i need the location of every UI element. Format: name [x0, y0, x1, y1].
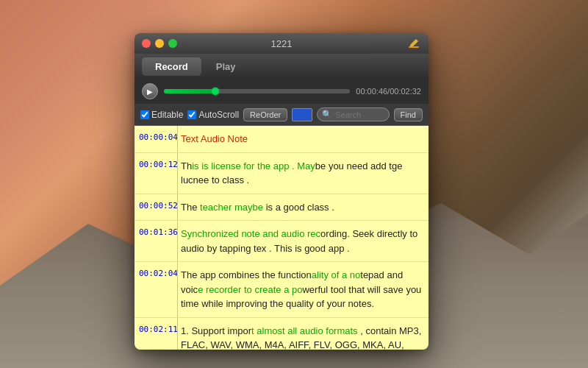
text-part-3b: teacher maybe: [200, 202, 263, 213]
edit-icon: [406, 36, 421, 51]
reorder-button[interactable]: ReOrder: [243, 108, 287, 121]
search-input[interactable]: [335, 110, 384, 119]
text-part-6a: 1. Support impor: [181, 325, 251, 336]
note-text-4: Synchronized note and audio recording. S…: [178, 221, 429, 261]
note-content-1: Text Audio Note: [181, 133, 248, 144]
editable-checkbox-label[interactable]: Editable: [140, 110, 183, 120]
note-text-5: The app combines the functionality of a …: [178, 262, 429, 317]
window-title: 1221: [271, 38, 293, 49]
title-bar: 1221: [135, 33, 429, 54]
editable-label: Editable: [151, 110, 183, 120]
close-button[interactable]: [142, 39, 151, 48]
note-row-4: 00:01:36 Synchronized note and audio rec…: [135, 221, 429, 262]
note-text-2: This is license for the app . Maybe you …: [178, 153, 429, 194]
toolbar: Editable AutoScroll ReOrder 🔍 Find: [135, 104, 429, 126]
text-part-5a: The app combines the function: [181, 269, 312, 280]
tab-bar: Record Play: [135, 54, 429, 79]
search-wrapper: 🔍: [317, 107, 389, 121]
tab-record[interactable]: Record: [142, 57, 201, 76]
progress-area: ▶ 00:00:46/00:02:32: [135, 79, 429, 104]
note-row-3: 00:00:52 The teacher maybe is a good cla…: [135, 194, 429, 222]
time-display: 00:00:46/00:02:32: [356, 87, 421, 96]
autoscroll-checkbox-label[interactable]: AutoScroll: [187, 110, 239, 120]
text-part-6b: t almost all audio formats: [251, 325, 358, 336]
find-button[interactable]: Find: [394, 108, 423, 121]
maximize-button[interactable]: [168, 39, 177, 48]
note-text-6: 1. Support import almost all audio forma…: [178, 318, 429, 350]
note-text-1: Text Audio Note: [178, 126, 429, 152]
app-window: 1221 Record Play ▶ 00:00:46/00:02:32 Edi…: [135, 33, 429, 350]
autoscroll-label: AutoScroll: [198, 110, 239, 120]
note-row-1: 00:00:04 Text Audio Note: [135, 126, 429, 153]
search-icon: 🔍: [322, 110, 332, 119]
note-row-6: 00:02:11 1. Support import almost all au…: [135, 318, 429, 350]
autoscroll-checkbox[interactable]: [187, 110, 196, 119]
note-row-5: 00:02:04 The app combines the functional…: [135, 262, 429, 318]
note-row-2: 00:00:12 This is license for the app . M…: [135, 153, 429, 194]
text-part-2a: Th: [181, 160, 192, 171]
timestamp-2: 00:00:12: [135, 153, 177, 194]
text-part-4a: Synchronized note and audio rec: [181, 228, 320, 239]
minimize-button[interactable]: [155, 39, 164, 48]
play-button[interactable]: ▶: [142, 83, 158, 99]
timestamp-4: 00:01:36: [135, 221, 177, 261]
progress-track[interactable]: [164, 89, 350, 93]
color-swatch[interactable]: [292, 108, 312, 121]
content-area: 00:00:04 Text Audio Note 00:00:12 This i…: [135, 126, 429, 350]
text-part-2b: is is license for the app . May: [192, 160, 315, 171]
progress-fill: [164, 89, 216, 93]
window-controls: [142, 39, 177, 48]
timestamp-5: 00:02:04: [135, 262, 177, 317]
timestamp-6: 00:02:11: [135, 318, 177, 350]
text-part-5d: e recorder to create a po: [198, 284, 302, 295]
tab-play[interactable]: Play: [203, 57, 249, 76]
progress-thumb: [212, 88, 219, 95]
timestamp-3: 00:00:52: [135, 194, 177, 221]
editable-checkbox[interactable]: [140, 110, 149, 119]
text-part-3a: The: [181, 202, 200, 213]
text-part-3c: is a good class .: [263, 202, 334, 213]
note-text-3: The teacher maybe is a good class .: [178, 194, 429, 221]
timestamp-1: 00:00:04: [135, 126, 177, 152]
play-icon: ▶: [147, 88, 153, 96]
text-part-5b: ality of a no: [312, 269, 361, 280]
